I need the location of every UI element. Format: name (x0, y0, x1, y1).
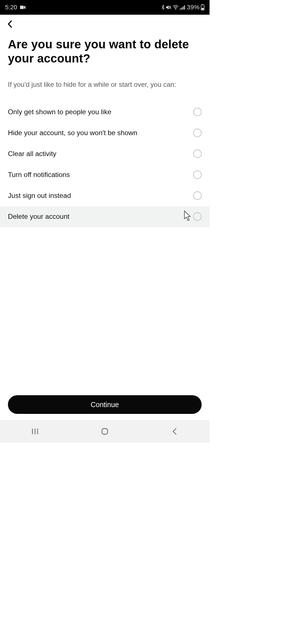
back-row (0, 15, 210, 29)
option-label: Turn off notifications (8, 171, 70, 179)
svg-rect-4 (183, 7, 184, 10)
option-only-shown-to-liked[interactable]: Only get shown to people you like (8, 101, 202, 122)
option-label: Only get shown to people you like (8, 108, 111, 116)
mute-icon (166, 5, 171, 10)
status-bar: 5:20 39% (0, 0, 210, 15)
radio-unchecked-icon (193, 129, 202, 137)
option-label: Hide your account, so you won't be shown (8, 129, 137, 137)
nav-recent-button[interactable] (30, 427, 40, 436)
page-title: Are you sure you want to delete your acc… (8, 37, 202, 65)
status-right: 39% (161, 4, 204, 11)
nav-back-icon (172, 428, 177, 435)
status-left: 5:20 (5, 4, 26, 11)
radio-unchecked-icon (193, 191, 202, 200)
option-label: Clear all activity (8, 150, 56, 158)
svg-point-1 (175, 9, 176, 10)
signal-icon (180, 5, 186, 10)
screen: Are you sure you want to delete your acc… (0, 15, 210, 420)
svg-rect-8 (202, 8, 204, 10)
recent-apps-icon (31, 428, 39, 435)
status-time: 5:20 (5, 4, 17, 11)
option-clear-activity[interactable]: Clear all activity (8, 143, 202, 164)
continue-button[interactable]: Continue (8, 395, 202, 414)
battery-icon (201, 4, 204, 10)
home-icon (101, 428, 108, 435)
svg-rect-2 (180, 8, 181, 10)
option-turn-off-notifications[interactable]: Turn off notifications (8, 164, 202, 185)
chevron-left-icon (7, 20, 13, 28)
android-nav-bar (0, 420, 210, 443)
page-subtitle: If you'd just like to hide for a while o… (8, 80, 189, 89)
back-button[interactable] (5, 19, 15, 29)
nav-home-button[interactable] (100, 427, 110, 436)
content: Are you sure you want to delete your acc… (0, 29, 210, 227)
radio-unchecked-icon (193, 108, 202, 116)
option-hide-account[interactable]: Hide your account, so you won't be shown (8, 122, 202, 143)
radio-unchecked-icon (193, 212, 202, 221)
svg-rect-0 (20, 6, 24, 9)
video-icon (20, 5, 26, 9)
option-label: Just sign out instead (8, 192, 71, 200)
continue-button-label: Continue (91, 401, 119, 409)
radio-unchecked-icon (193, 150, 202, 158)
continue-wrap: Continue (8, 395, 202, 414)
bluetooth-icon (161, 5, 165, 10)
options-list: Only get shown to people you like Hide y… (8, 101, 202, 227)
radio-unchecked-icon (193, 170, 202, 179)
svg-rect-3 (181, 8, 182, 10)
svg-rect-9 (102, 429, 108, 434)
wifi-icon (173, 5, 179, 10)
svg-rect-5 (184, 5, 185, 10)
option-label: Delete your account (8, 213, 69, 221)
status-battery-pct: 39% (187, 4, 200, 11)
option-delete-account[interactable]: Delete your account (0, 206, 210, 227)
nav-back-button[interactable] (170, 427, 179, 436)
option-sign-out[interactable]: Just sign out instead (8, 185, 202, 206)
